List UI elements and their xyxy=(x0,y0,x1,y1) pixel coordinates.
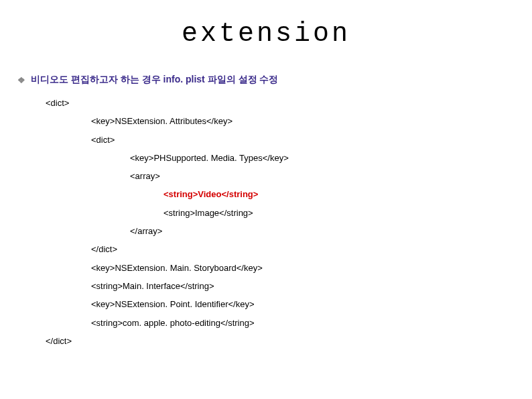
code-line: <string>Main. Interface</string> xyxy=(17,277,289,295)
code-line: <key>PHSupported. Media. Types</key> xyxy=(17,149,289,167)
diamond-icon: ❖ xyxy=(17,75,25,85)
code-line: </dict> xyxy=(17,240,289,258)
plist-code: <dict> <key>NSExtension. Attributes</key… xyxy=(17,94,289,350)
code-line: <array> xyxy=(17,167,289,185)
code-line-highlight: <string>Video</string> xyxy=(17,185,289,203)
bullet-text: 비디오도 편집하고자 하는 경우 info. plist 파일의 설정 수정 xyxy=(31,74,278,86)
code-line: <key>NSExtension. Attributes</key> xyxy=(17,112,289,130)
code-line: <dict> xyxy=(17,94,289,112)
bullet-heading: ❖ 비디오도 편집하고자 하는 경우 info. plist 파일의 설정 수정 xyxy=(17,74,289,86)
code-line: </dict> xyxy=(17,332,289,350)
page-title: extension xyxy=(0,19,532,49)
code-line: <string>Image</string> xyxy=(17,204,289,222)
code-line: <key>NSExtension. Main. Storyboard</key> xyxy=(17,259,289,277)
content-area: ❖ 비디오도 편집하고자 하는 경우 info. plist 파일의 설정 수정… xyxy=(17,74,289,350)
code-line: </array> xyxy=(17,222,289,240)
code-line: <key>NSExtension. Point. Identifier</key… xyxy=(17,295,289,313)
code-line: <string>com. apple. photo-editing</strin… xyxy=(17,314,289,332)
code-line: <dict> xyxy=(17,131,289,149)
